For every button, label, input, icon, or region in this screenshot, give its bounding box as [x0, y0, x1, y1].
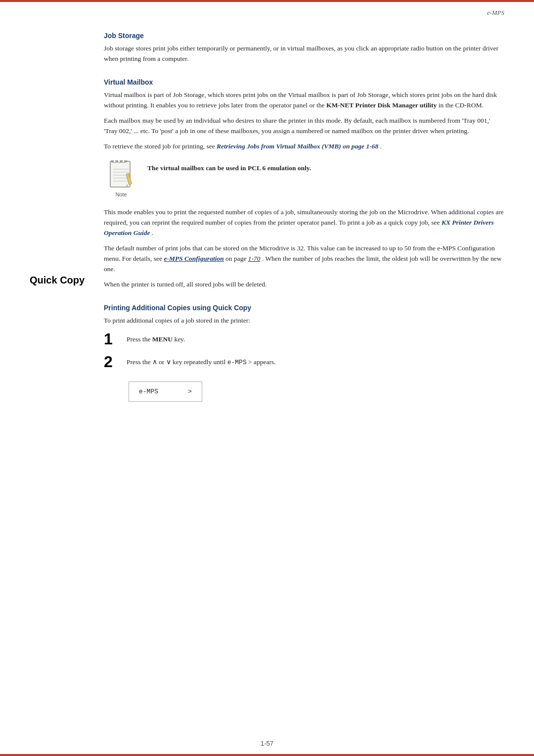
virtual-mailbox-para3-prefix: To retrieve the stored job for printing,… [104, 142, 217, 150]
step-1-bold: MENU [152, 335, 173, 343]
virtual-mailbox-para2: Each mailbox may be used by an individua… [104, 116, 504, 137]
quick-copy-para1: This mode enables you to print the reque… [104, 207, 504, 238]
note-box: Note The virtual mailbox can be used in … [104, 160, 504, 197]
quick-copy-para2-page: 1-70 [248, 255, 261, 262]
bottom-border [0, 754, 534, 756]
quick-copy-para3: When the printer is turned off, all stor… [104, 280, 504, 290]
quick-copy-para2-middle: on page [225, 255, 248, 262]
step-1-end: key. [173, 335, 185, 343]
job-storage-para: Job storage stores print jobs either tem… [104, 44, 504, 64]
step-1-text: Press the MENU key. [127, 331, 185, 345]
note-icon-wrap: Note [104, 160, 138, 197]
step-2-mono: e-MPS [227, 359, 247, 366]
note-label: Note [115, 191, 127, 197]
step-2-text: Press the ∧ or ∨ key repeatedly until e-… [127, 354, 276, 368]
virtual-mailbox-heading: Virtual Mailbox [104, 78, 504, 86]
quick-copy-emps-link[interactable]: e-MPS Configuration [164, 255, 223, 262]
virtual-mailbox-para3: To retrieve the stored job for printing,… [104, 142, 504, 152]
main-content: Job Storage Job storage stores print job… [99, 32, 504, 407]
job-storage-heading: Job Storage [104, 32, 504, 40]
note-icon [108, 160, 134, 190]
header-title: e-MPS [487, 9, 504, 17]
step-2-prefix: Press the ∧ or ∨ key repeatedly until [127, 358, 227, 366]
header: e-MPS [0, 0, 534, 17]
virtual-mailbox-para1-end: in the CD-ROM. [439, 101, 484, 109]
quick-copy-sidebar-label: Quick Copy [30, 274, 99, 286]
top-border [0, 0, 534, 2]
display-box: e-MPS > [129, 381, 202, 402]
step-list: 1 Press the MENU key. 2 Press the ∧ or ∨… [104, 331, 504, 370]
step-2: 2 Press the ∧ or ∨ key repeatedly until … [104, 354, 504, 370]
virtual-mailbox-para1-text: Virtual mailbox is part of Job Storage, … [104, 91, 497, 109]
quick-copy-para1-end: . [152, 229, 153, 236]
step-2-number: 2 [104, 354, 119, 370]
virtual-mailbox-para1-bold: KM-NET Printer Disk Manager utility [326, 101, 437, 109]
display-label: e-MPS [139, 388, 158, 395]
footer-page-number: 1-57 [0, 740, 534, 747]
step-1-number: 1 [104, 331, 119, 347]
virtual-mailbox-link[interactable]: Retrieving Jobs from Virtual Mailbox (VM… [217, 142, 378, 150]
display-symbol: > [188, 388, 192, 395]
printing-additional-copies-heading: Printing Additional Copies using Quick C… [104, 304, 504, 312]
quick-copy-para2: The default number of print jobs that ca… [104, 243, 504, 275]
virtual-mailbox-para3-end: . [380, 142, 382, 150]
step-2-end: > appears. [247, 358, 276, 366]
step-1: 1 Press the MENU key. [104, 331, 504, 347]
printing-sub-para: To print additional copies of a job stor… [104, 316, 504, 326]
note-text: The virtual mailbox can be used in PCL 6… [147, 160, 311, 174]
virtual-mailbox-para1: Virtual mailbox is part of Job Storage, … [104, 90, 504, 111]
step-1-prefix: Press the [127, 335, 152, 343]
